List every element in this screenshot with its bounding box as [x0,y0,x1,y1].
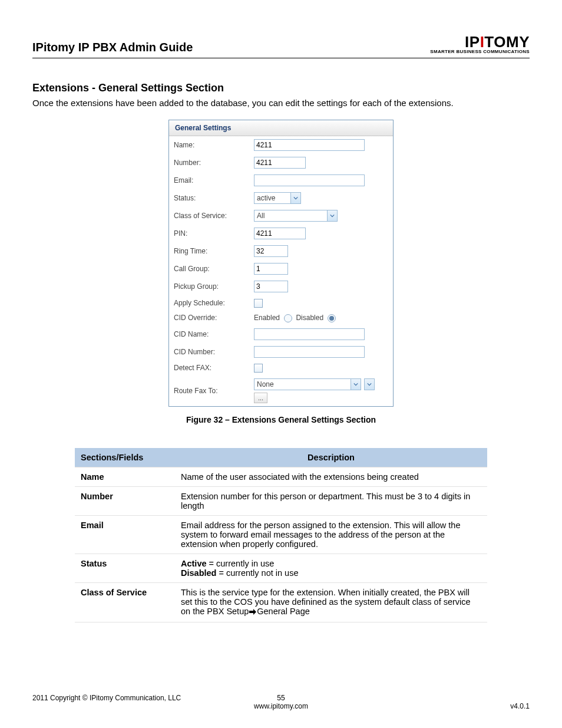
label-cidname: CID Name: [169,325,249,343]
footer-copyright: 2011 Copyright © IPitomy Communication, … [32,694,181,702]
section-title: Extensions - General Settings Section [32,82,530,94]
routefax-value: None [254,379,351,390]
cid-enabled-label: Enabled [254,314,280,322]
chevron-down-icon [351,379,361,390]
label-callgroup: Call Group: [169,260,249,278]
footer-page: 55 [277,694,285,702]
label-detectfax: Detect FAX: [169,361,249,375]
header-title: IPitomy IP PBX Admin Guide [32,41,193,54]
more-button[interactable]: ... [254,393,267,403]
cid-disabled-radio[interactable] [328,314,336,322]
row-number-desc: Extension number for this person or depa… [175,486,487,515]
label-cidoverride: CID Override: [169,311,249,325]
arrow-right-icon [249,608,257,617]
row-email-label: Email [75,515,175,554]
applyschedule-checkbox[interactable] [254,299,263,308]
cidnumber-input[interactable] [254,346,365,358]
logo-main: IPITOMY [430,35,530,49]
email-input[interactable] [254,174,365,186]
label-routefax: Route Fax To: [169,375,249,406]
callgroup-input[interactable] [254,263,288,275]
row-status-desc: Active = currently in use Disabled = cur… [175,554,487,582]
status-value: active [254,193,290,203]
chevron-down-icon [365,379,374,390]
label-number: Number: [169,154,249,172]
description-table: Sections/Fields Description Name Name of… [75,448,487,622]
label-name: Name: [169,136,249,154]
table-head-description: Description [175,448,487,467]
detectfax-checkbox[interactable] [254,364,263,373]
number-input[interactable] [254,157,306,169]
cidname-input[interactable] [254,328,365,340]
label-cos: Class of Service: [169,207,249,225]
label-applyschedule: Apply Schedule: [169,295,249,310]
footer-version: v4.0.1 [510,702,530,710]
page-footer: 2011 Copyright © IPitomy Communication, … [32,694,530,710]
label-status: Status: [169,189,249,207]
label-pickupgroup: Pickup Group: [169,278,249,295]
label-ringtime: Ring Time: [169,242,249,260]
section-intro: Once the extensions have been added to t… [32,98,530,108]
name-input[interactable] [254,139,365,151]
pin-input[interactable] [254,228,306,239]
page-header: IPitomy IP PBX Admin Guide IPITOMY SMART… [32,35,530,58]
cid-disabled-label: Disabled [296,314,323,322]
cos-value: All [254,210,327,221]
cid-enabled-radio[interactable] [284,314,292,322]
row-name-desc: Name of the user associated with the ext… [175,467,487,486]
ringtime-input[interactable] [254,245,288,257]
logo: IPITOMY SMARTER BUSINESS COMMUNICATIONS [430,35,530,54]
status-select[interactable]: active [254,192,301,204]
chevron-down-icon [290,193,300,203]
row-name-label: Name [75,467,175,486]
chevron-down-icon [327,210,337,221]
label-pin: PIN: [169,225,249,242]
general-settings-panel: General Settings Name: Number: Email: St… [168,120,394,406]
label-cidnumber: CID Number: [169,343,249,361]
routefax-select[interactable]: None [254,378,361,390]
logo-tagline: SMARTER BUSINESS COMMUNICATIONS [430,49,530,54]
figure-caption: Figure 32 – Extensions General Settings … [32,415,530,424]
label-email: Email: [169,172,249,189]
cos-select[interactable]: All [254,210,338,222]
panel-title: General Settings [169,120,393,136]
routefax-select-2[interactable] [364,378,375,390]
row-status-label: Status [75,554,175,582]
row-number-label: Number [75,486,175,515]
table-head-sections: Sections/Fields [75,448,175,467]
pickupgroup-input[interactable] [254,281,288,292]
row-cos-desc: This is the service type for the extensi… [175,582,487,622]
row-cos-label: Class of Service [75,582,175,622]
row-email-desc: Email address for the person assigned to… [175,515,487,554]
footer-url: www.ipitomy.com [254,702,308,710]
